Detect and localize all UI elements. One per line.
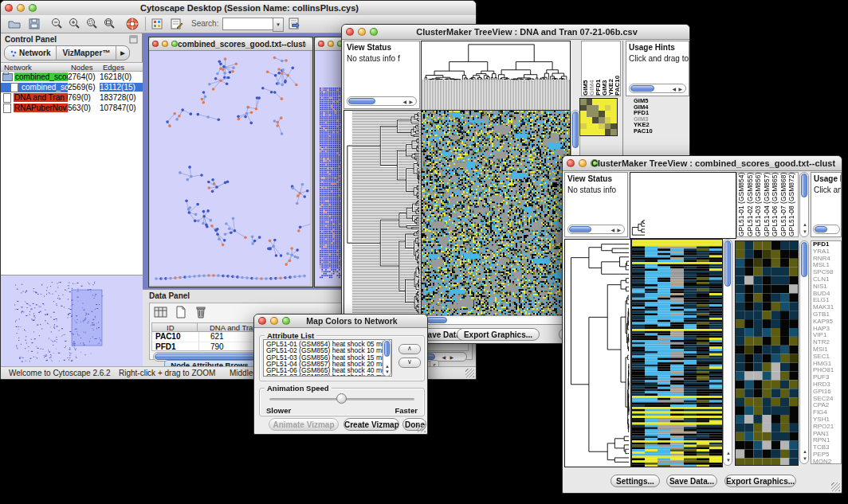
attribute-list-vscrollbar[interactable]: ▲ ▼ xyxy=(383,339,391,377)
heatmap-cell[interactable] xyxy=(587,111,593,117)
heatmap-cell[interactable] xyxy=(587,129,593,135)
tv2-column-label[interactable]: GPL51-07 (GSM868) xyxy=(779,173,788,236)
tv2-column-label[interactable]: GPL51-06 (GSM865) xyxy=(771,173,779,236)
heatmap-cell[interactable] xyxy=(592,117,599,123)
attribute-list-item[interactable]: GPL51-07 (GSM868) heat shock 60 min xyxy=(266,373,391,377)
minimize-button[interactable] xyxy=(17,4,25,12)
tab-more[interactable]: ▶ xyxy=(116,46,128,60)
tv2-gene-list-vscrollbar[interactable]: ▲ ▼ xyxy=(799,240,809,464)
tv2-vscrollbar[interactable]: ▲ ▼ xyxy=(723,239,732,466)
search-dropdown-button[interactable]: ▾ xyxy=(273,18,284,32)
scroll-right-icon[interactable]: ▶ xyxy=(617,228,621,232)
tab-network[interactable]: Network xyxy=(5,46,57,60)
scroll-right-icon[interactable]: ▶ xyxy=(678,87,682,92)
heatmap-cell[interactable] xyxy=(580,129,587,135)
heatmap-cell[interactable] xyxy=(605,123,611,130)
network-tree-row[interactable]: RNAPuberNov2+563(0)107847(0) xyxy=(1,103,143,113)
minimize-button[interactable] xyxy=(162,41,168,47)
col-header-nodes[interactable]: Nodes xyxy=(71,63,92,72)
scroll-down-icon[interactable]: ▼ xyxy=(803,229,807,234)
close-button[interactable] xyxy=(346,28,354,36)
tv1-row-dendrogram[interactable] xyxy=(344,110,422,316)
heatmap-cell[interactable] xyxy=(580,123,587,130)
col-header-network[interactable]: Network xyxy=(4,63,32,72)
network-window-1-title-bar[interactable]: combined_scores_good.txt--cluste... xyxy=(149,37,312,51)
tv1-column-dendrogram[interactable] xyxy=(421,41,571,111)
help-lifering-icon[interactable] xyxy=(125,17,139,31)
heatmap-cell[interactable] xyxy=(592,111,599,117)
heatmap-cell[interactable] xyxy=(610,129,617,135)
heatmap-cell[interactable] xyxy=(599,111,605,117)
tv1-main-heatmap[interactable] xyxy=(421,110,571,316)
scroll-up-icon[interactable]: ▲ xyxy=(803,222,807,227)
scroll-right-icon[interactable]: ▶ xyxy=(409,100,413,104)
scroll-up-icon[interactable]: ▲ xyxy=(803,449,807,454)
minimize-button[interactable] xyxy=(358,28,366,36)
tv1-column-label[interactable]: PFD1 xyxy=(595,41,601,96)
tv1-usage-hscrollbar[interactable]: ◀ ▶ xyxy=(629,84,686,93)
close-button[interactable] xyxy=(318,41,324,47)
heatmap-cell[interactable] xyxy=(587,123,593,130)
zoom-out-icon[interactable] xyxy=(50,18,63,30)
network-view-canvas-1[interactable] xyxy=(150,51,310,285)
heatmap-cell[interactable] xyxy=(587,105,593,111)
save-icon[interactable] xyxy=(28,18,41,30)
tv2-export-graphics-button[interactable]: Export Graphics... xyxy=(724,475,796,487)
heatmap-cell[interactable] xyxy=(592,123,599,130)
tv2-save-data-button[interactable]: Save Data... xyxy=(666,475,717,487)
tv2-column-dendrogram[interactable] xyxy=(630,172,736,239)
delete-attribute-trash-icon[interactable] xyxy=(194,305,208,319)
resize-grip[interactable] xyxy=(465,369,474,377)
close-button[interactable] xyxy=(567,159,575,167)
dialog-title-bar[interactable]: Map Colors to Network xyxy=(254,315,427,328)
heatmap-cell[interactable] xyxy=(587,99,593,105)
minimize-button[interactable] xyxy=(579,159,587,167)
annotation-icon[interactable] xyxy=(170,18,183,30)
zoom-selected-icon[interactable] xyxy=(85,18,98,30)
tv2-column-label[interactable]: GPL51-04 (GSM857) xyxy=(763,173,771,236)
col-header-edges[interactable]: Edges xyxy=(103,63,124,72)
import-table-icon[interactable] xyxy=(288,17,301,31)
network-tree-row[interactable]: DNA and Tran 07769(0)183728(0) xyxy=(1,92,143,103)
float-panel-icon[interactable] xyxy=(129,35,138,44)
attribute-select-icon[interactable] xyxy=(153,305,169,319)
tv1-status-hscrollbar[interactable]: ◀ ▶ xyxy=(347,96,417,106)
heatmap-cell[interactable] xyxy=(580,117,587,123)
tv2-column-label[interactable]: GPL51-01 (GSM854) xyxy=(737,173,746,236)
search-input[interactable] xyxy=(222,18,273,30)
new-attribute-icon[interactable] xyxy=(174,305,188,319)
open-file-icon[interactable] xyxy=(7,18,22,30)
animate-vizmap-button[interactable]: Animate Vizmap xyxy=(269,418,339,431)
scroll-right-icon[interactable]: ▶ xyxy=(450,355,453,360)
heatmap-cell[interactable] xyxy=(599,117,605,123)
resize-grip[interactable] xyxy=(831,483,840,491)
tv1-column-label[interactable]: PAC10 xyxy=(614,41,620,96)
tv1-column-label[interactable]: GIM3 xyxy=(601,41,607,96)
heatmap-cell[interactable] xyxy=(599,105,605,111)
speed-slider-thumb[interactable] xyxy=(336,393,347,404)
tv1-column-label[interactable]: YKE2 xyxy=(607,41,614,96)
heatmap-cell[interactable] xyxy=(587,117,593,123)
resize-grip[interactable] xyxy=(417,424,426,432)
heatmap-cell[interactable] xyxy=(592,129,599,135)
minimize-button[interactable] xyxy=(270,317,278,325)
heatmap-cell[interactable] xyxy=(599,123,605,130)
data-col-id[interactable]: ID xyxy=(167,323,175,332)
scroll-left-icon[interactable]: ◀ xyxy=(672,87,676,92)
tv1-export-graphics-button[interactable]: Export Graphics... xyxy=(457,328,540,341)
network-tree-row[interactable]: combined_sco2569(6)13112(15) xyxy=(1,82,143,92)
move-down-button[interactable]: ∨ xyxy=(398,357,421,368)
heatmap-cell[interactable] xyxy=(610,123,617,130)
heatmap-cell[interactable] xyxy=(605,105,611,111)
move-up-button[interactable]: ∧ xyxy=(398,344,421,354)
tv1-zoom-heatmap[interactable] xyxy=(579,98,618,136)
heatmap-cell[interactable] xyxy=(580,105,587,111)
zoom-fit-icon[interactable] xyxy=(103,18,116,30)
scroll-up-icon[interactable]: ▲ xyxy=(385,364,390,369)
close-button[interactable] xyxy=(258,317,266,325)
heatmap-cell[interactable] xyxy=(605,111,611,117)
tv2-usage-hscrollbar[interactable] xyxy=(813,225,840,234)
heatmap-cell[interactable] xyxy=(605,117,611,123)
heatmap-cell[interactable] xyxy=(610,99,617,105)
minimize-button[interactable] xyxy=(328,41,334,47)
